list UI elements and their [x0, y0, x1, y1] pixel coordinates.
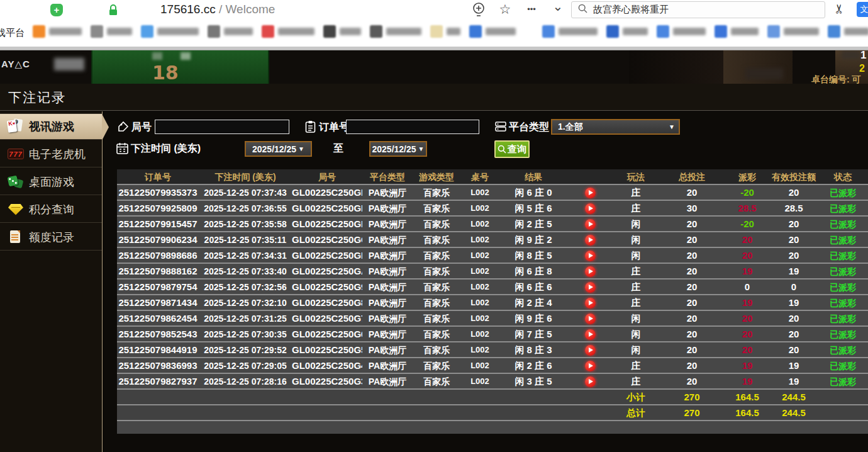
cell-valid-bet: 19	[770, 358, 818, 373]
scissors-icon[interactable]: ✂	[832, 4, 847, 14]
browser-search-box[interactable]: 故宫养心殿将重开	[571, 1, 825, 18]
replay-play-button[interactable]	[585, 266, 596, 277]
bookmark-item[interactable]	[469, 25, 516, 38]
cell-bet-side: 庄	[613, 201, 659, 215]
replay-play-button[interactable]	[585, 188, 596, 198]
bookmark-item[interactable]	[262, 25, 314, 38]
replay-play-button[interactable]	[585, 329, 596, 340]
sidebar-item-credit-records[interactable]: 额度记录	[0, 224, 102, 251]
bookmark-item[interactable]	[715, 25, 759, 38]
replay-play-button[interactable]	[585, 361, 596, 371]
bookmark-item[interactable]	[323, 25, 361, 38]
bet-row: 2512250798624542025-12-25 07:31:25GL0022…	[117, 311, 868, 327]
cell-round-id: GL00225C250G3	[292, 374, 362, 388]
cell-platform-type: PA欧洲厅	[362, 280, 413, 294]
bookmark-item[interactable]	[141, 25, 199, 38]
replay-play-button[interactable]	[585, 298, 596, 308]
replay-play-button[interactable]	[585, 251, 596, 261]
cell-round-id: GL00225C250G7	[292, 311, 362, 325]
replay-cell	[567, 201, 613, 215]
cell-round-id: GL00225C250GE	[292, 201, 362, 215]
replay-play-button[interactable]	[585, 314, 596, 324]
bookmark-title-blurred	[224, 28, 253, 35]
search-button[interactable]: 查询	[494, 140, 530, 158]
subtotal-total: 270	[659, 390, 725, 404]
shield-plus-icon[interactable]: +	[50, 4, 63, 16]
round-input[interactable]	[155, 120, 289, 134]
url-text[interactable]: 175616.cc / Welcome	[160, 3, 275, 16]
chevron-down-icon[interactable]: ⌄	[550, 0, 566, 14]
bookmark-item[interactable]	[33, 25, 82, 38]
sidebar-item-live-games[interactable]: 9K♥ 视讯游戏	[0, 113, 102, 140]
replay-play-button[interactable]	[585, 282, 596, 293]
bookmark-label-partial[interactable]: 戏平台	[0, 27, 25, 39]
cell-order-id: 251225079852543	[117, 327, 199, 341]
cell-valid-bet: 0	[770, 280, 818, 294]
cell-result: 闲 8 庄 5	[499, 248, 567, 263]
cell-order-id: 251225079906234	[117, 232, 199, 247]
sidebar-item-slots[interactable]: 777 电子老虎机	[0, 141, 102, 167]
cell-order-id: 251225079862454	[117, 311, 199, 325]
zoom-target-icon[interactable]	[470, 1, 487, 21]
sidebar-item-points[interactable]: 积分查询	[0, 196, 102, 223]
bead-count-2: 2	[859, 63, 865, 74]
cell-bet-time: 2025-12-25 07:28:16	[199, 374, 292, 388]
table-header-cell: 结果	[499, 169, 567, 184]
bookmark-item[interactable]	[542, 25, 598, 38]
lock-icon[interactable]	[108, 4, 118, 18]
bookmark-item[interactable]	[370, 25, 421, 38]
cell-platform-type: PA欧洲厅	[362, 185, 413, 200]
bookmark-item[interactable]	[657, 25, 706, 38]
replay-cell	[567, 327, 613, 341]
bookmark-item[interactable]	[430, 25, 460, 38]
cell-game-type: 百家乐	[413, 374, 460, 388]
cell-bet-side: 庄	[613, 264, 659, 278]
cell-round-id: GL00225C250GD	[292, 217, 362, 231]
grand-total-label: 总计	[613, 405, 659, 420]
cell-table-id: L002	[460, 342, 499, 357]
platform-select[interactable]: 1.全部 ▼	[551, 119, 680, 135]
bookmark-item[interactable]	[91, 25, 132, 38]
cell-payout: 0	[725, 280, 770, 294]
cell-bet-time: 2025-12-25 07:32:10	[199, 295, 292, 310]
panel-title: 下注记录	[8, 89, 66, 106]
caret-down-icon: ▼	[665, 123, 679, 130]
translate-icon[interactable]: 文	[857, 2, 868, 17]
favorite-star-icon[interactable]: ☆	[497, 2, 513, 17]
table-header-cell: 平台类型	[362, 169, 413, 184]
replay-play-button[interactable]	[585, 219, 596, 230]
bookmark-item[interactable]	[767, 25, 819, 38]
cell-result: 闲 7 庄 5	[499, 327, 567, 341]
cell-bet-time: 2025-12-25 07:32:56	[199, 280, 292, 294]
cell-platform-type: PA欧洲厅	[362, 264, 413, 278]
cell-payout: 19	[725, 358, 770, 373]
replay-play-button[interactable]	[585, 235, 596, 246]
table-header-cell: 桌号	[460, 169, 499, 184]
bookmark-title-blurred	[49, 28, 82, 35]
overflow-menu-icon[interactable]: •••	[523, 4, 540, 14]
replay-cell	[567, 264, 613, 278]
cell-total-bet: 20	[659, 248, 725, 263]
cell-valid-bet: 28.5	[770, 201, 818, 215]
bookmark-title-blurred	[447, 28, 460, 35]
bookmark-item[interactable]	[828, 25, 868, 38]
date-to-select[interactable]: 2025/12/25 ▼	[369, 141, 427, 157]
order-input[interactable]	[346, 120, 479, 134]
cell-result: 闲 6 庄 8	[499, 264, 567, 278]
cell-result: 闲 5 庄 6	[499, 201, 567, 215]
cell-bet-side: 庄	[613, 280, 659, 294]
replay-play-button[interactable]	[585, 345, 596, 356]
cell-status: 已派彩	[818, 374, 868, 388]
cell-bet-side: 庄	[613, 295, 659, 310]
cell-status: 已派彩	[818, 311, 868, 325]
replay-play-button[interactable]	[585, 376, 596, 387]
bookmark-item[interactable]	[606, 25, 648, 38]
cell-bet-side: 闲	[613, 248, 659, 263]
cell-status: 已派彩	[818, 295, 868, 310]
bookmark-item[interactable]	[208, 25, 253, 38]
date-from-select[interactable]: 2025/12/25 ▼	[245, 141, 312, 157]
casino-logo: AY△C	[1, 59, 30, 70]
order-filter-label: 订单号	[319, 121, 349, 134]
replay-play-button[interactable]	[585, 203, 596, 214]
sidebar-item-table-games[interactable]: 桌面游戏	[0, 169, 102, 195]
